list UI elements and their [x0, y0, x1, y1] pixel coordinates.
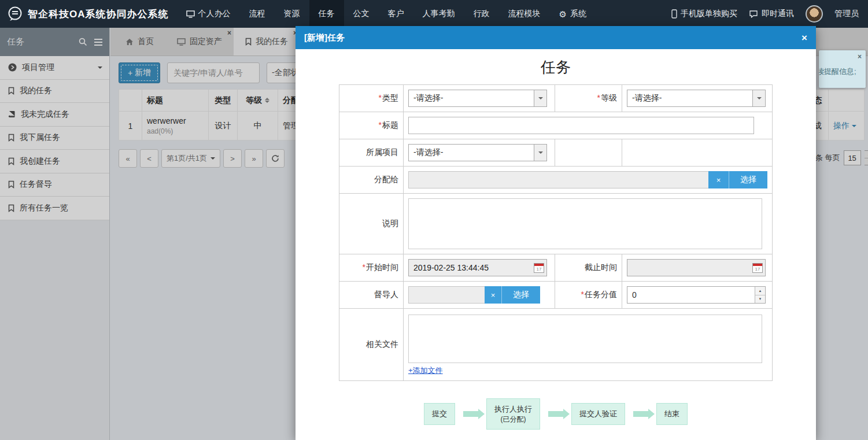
navbar-right: 手机版单独购买 即时通讯 管理员	[671, 5, 868, 23]
project-label: 所属项目	[339, 139, 404, 167]
workflow-step-end: 结束	[656, 403, 688, 425]
choose-supervisor-button[interactable]: 选择	[502, 286, 540, 304]
top-navbar: 智企科技OA系统协同办公系统 个人办公 流程 资源 任务 公文 客户 人事考勤 …	[0, 0, 868, 28]
score-label: *任务分值	[555, 282, 622, 309]
calendar-icon: 17	[752, 263, 763, 273]
user-menu[interactable]: 管理员	[834, 9, 859, 19]
assign-label: 分配给	[339, 167, 404, 194]
modal-title: [新增]任务	[304, 32, 345, 43]
arrow-right-icon	[548, 411, 563, 417]
mobile-version-link[interactable]: 手机版单独购买	[671, 9, 737, 19]
close-icon[interactable]: ×	[801, 33, 807, 43]
type-label: *类型	[339, 85, 404, 112]
title-input[interactable]	[408, 117, 754, 134]
form-title: 任务	[296, 57, 816, 77]
task-form: *类型 -请选择- *等级 -请选择- *标题	[339, 84, 773, 381]
menu-personal-office[interactable]: 个人办公	[177, 0, 240, 28]
toast-message: 读提醒信息;	[819, 66, 856, 77]
end-time-label: 截止时间	[555, 254, 622, 282]
score-input[interactable]: 0 ▲▼	[627, 286, 766, 304]
type-select[interactable]: -请选择-	[408, 90, 547, 107]
files-box	[408, 315, 762, 363]
monitor-icon	[186, 10, 195, 18]
project-select[interactable]: -请选择-	[408, 144, 547, 161]
workflow-step-submit: 提交	[424, 403, 455, 425]
files-label: 相关文件	[339, 309, 404, 381]
menu-hr-attendance[interactable]: 人事考勤	[413, 0, 464, 28]
brand: 智企科技OA系统协同办公系统	[0, 6, 177, 22]
chevron-down-icon	[534, 90, 546, 106]
level-select[interactable]: -请选择-	[627, 90, 766, 107]
arrow-right-icon	[633, 411, 648, 417]
menu-documents[interactable]: 公文	[344, 0, 379, 28]
number-stepper[interactable]: ▲▼	[755, 287, 765, 303]
title-label: *标题	[339, 112, 404, 139]
instant-messaging-link[interactable]: 即时通讯	[749, 9, 794, 19]
main-menu: 个人办公 流程 资源 任务 公文 客户 人事考勤 行政 流程模块 ⚙ 系统	[177, 0, 596, 28]
supervisor-input[interactable]	[408, 286, 485, 304]
description-label: 说明	[339, 194, 404, 254]
calendar-icon: 17	[534, 263, 544, 273]
new-task-modal: [新增]任务 × 任务 *类型 -请选择- *等级 -请选择-	[296, 26, 816, 440]
gear-icon: ⚙	[559, 10, 567, 19]
menu-system[interactable]: ⚙ 系统	[550, 0, 596, 28]
level-label: *等级	[555, 85, 622, 112]
supervisor-label: 督导人	[339, 282, 404, 309]
start-time-input[interactable]: 2019-02-25 13:44:45 17	[408, 259, 547, 276]
start-time-label: *开始时间	[339, 254, 404, 282]
chat-icon	[749, 10, 758, 18]
menu-customers[interactable]: 客户	[379, 0, 413, 28]
add-file-link[interactable]: +添加文件	[408, 365, 443, 376]
menu-tasks[interactable]: 任务	[309, 0, 344, 28]
end-time-input[interactable]: 17	[627, 259, 766, 276]
close-icon[interactable]: ×	[858, 53, 862, 60]
reminder-toast: × 读提醒信息;	[819, 50, 866, 88]
clear-assignee-button[interactable]: ×	[708, 171, 729, 188]
modal-header: [新增]任务 ×	[296, 26, 816, 49]
user-avatar[interactable]	[806, 5, 823, 23]
menu-administration[interactable]: 行政	[464, 0, 499, 28]
menu-resources[interactable]: 资源	[275, 0, 309, 28]
menu-workflow-module[interactable]: 流程模块	[499, 0, 550, 28]
choose-assignee-button[interactable]: 选择	[729, 171, 767, 188]
modal-body: 任务 *类型 -请选择- *等级 -请选择-	[296, 57, 816, 430]
app-logo-icon	[7, 6, 23, 22]
description-textarea[interactable]	[408, 198, 762, 249]
arrow-right-icon	[463, 411, 478, 417]
menu-workflow[interactable]: 流程	[240, 0, 275, 28]
assignee-input[interactable]	[408, 171, 708, 188]
app-title: 智企科技OA系统协同办公系统	[28, 8, 169, 21]
workflow-step-verify: 提交人验证	[571, 403, 625, 425]
workflow-step-execute: 执行人执行 (已分配)	[486, 398, 540, 430]
workflow-diagram: 提交 执行人执行 (已分配) 提交人验证 结束	[296, 398, 816, 430]
clear-supervisor-button[interactable]: ×	[485, 286, 502, 304]
phone-icon	[671, 9, 677, 19]
chevron-down-icon	[534, 145, 546, 161]
chevron-down-icon	[752, 90, 765, 106]
